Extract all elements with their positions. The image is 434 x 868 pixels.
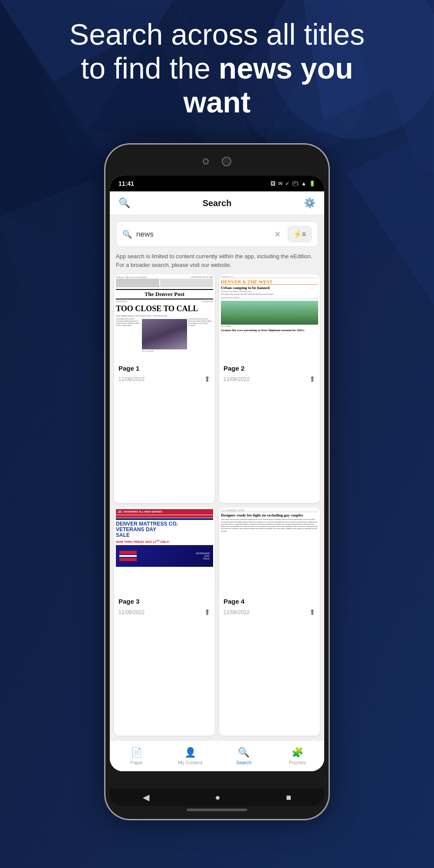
phone-frame: 11:41 🖼 ✉ ✓ 📳 ▲ 🔋 🔍 Search ⚙️ — [104, 143, 330, 820]
phone-outer: 11:41 🖼 ✉ ✓ 📳 ▲ 🔋 🔍 Search ⚙️ — [104, 143, 330, 820]
nav-item-paper[interactable]: 📄 Paper — [110, 743, 164, 769]
nav-item-mycontent[interactable]: 👤 My Content — [164, 743, 217, 769]
card-share-icon-1[interactable]: ⬆ — [204, 375, 210, 384]
phone-screen: 11:41 🖼 ✉ ✓ 📳 ▲ 🔋 🔍 Search ⚙️ — [110, 176, 324, 771]
card-meta-3: 11/09/2022 ⬆ — [118, 608, 210, 617]
back-button[interactable]: ◀ — [143, 792, 149, 802]
paper-icon: 📄 — [131, 747, 142, 758]
card-meta-2: 11/09/2022 ⬆ — [224, 375, 316, 384]
card-page-label-3: Page 3 — [118, 598, 210, 605]
vibrate-icon: 📳 — [292, 181, 299, 187]
gmail-icon: ✉ — [278, 181, 283, 187]
hero-section: Search across all titles to find the new… — [0, 17, 434, 119]
nav-label-mycontent: My Content — [178, 760, 202, 765]
nav-item-puzzles[interactable]: 🧩 Puzzles — [271, 743, 325, 769]
result-card-1[interactable]: Small print • Sign up for email newslett… — [114, 274, 215, 503]
header-search-icon[interactable]: 🔍 — [118, 197, 130, 209]
veterans-ad-front: 🇺🇸 HONORING ALL WHO SERVED DENVER MATTRE… — [114, 507, 215, 594]
camera-notification-icon: 🖼 — [270, 181, 276, 187]
nav-label-paper: Paper — [130, 760, 143, 765]
recents-button[interactable]: ■ — [286, 792, 291, 802]
app-header: 🔍 Search ⚙️ — [110, 191, 324, 215]
card-date-4: 11/09/2022 — [224, 609, 250, 615]
nav-item-search[interactable]: 🔍 Search — [217, 743, 271, 769]
result-card-4[interactable]: U.S. SUPREME COURT Designer ready for fi… — [219, 507, 320, 736]
status-time: 11:41 — [118, 180, 134, 187]
home-button[interactable]: ● — [215, 792, 220, 802]
status-icons: 🖼 ✉ ✓ 📳 ▲ 🔋 — [270, 181, 316, 187]
bottom-nav: 📄 Paper 👤 My Content 🔍 Search 🧩 Puzzles — [110, 740, 324, 771]
front-camera-lens — [222, 157, 231, 166]
card-date-2: 11/09/2022 — [224, 376, 250, 382]
denver-west-front: COMMUNITY CITY DENVER & THE WEST Urban c… — [219, 274, 320, 361]
search-input[interactable] — [136, 230, 270, 239]
search-note: App search is limited to content current… — [110, 247, 324, 274]
card-date-3: 11/09/2022 — [118, 609, 145, 615]
hero-heading: Search across all titles to find the new… — [26, 17, 408, 119]
card-info-2: Page 2 11/09/2022 ⬆ — [219, 361, 320, 388]
front-camera-area — [203, 157, 231, 166]
card-info-3: Page 3 11/09/2022 ⬆ — [114, 594, 215, 621]
app-header-title: Search — [203, 198, 232, 208]
search-nav-icon: 🔍 — [238, 747, 250, 758]
card-share-icon-2[interactable]: ⬆ — [309, 375, 316, 384]
results-grid: Small print • Sign up for email newslett… — [110, 274, 324, 740]
card-page-label-4: Page 4 — [224, 598, 316, 605]
search-filter-button[interactable]: ⚡≡ — [288, 226, 312, 242]
wifi-icon: ▲ — [301, 181, 306, 187]
front-sensor — [203, 158, 209, 164]
header-gear-icon[interactable]: ⚙️ — [304, 197, 316, 209]
battery-icon: 🔋 — [309, 181, 316, 187]
card-image-2: COMMUNITY CITY DENVER & THE WEST Urban c… — [219, 274, 320, 361]
card-image-1: Small print • Sign up for email newslett… — [114, 274, 215, 361]
card-info-1: Page 1 11/09/2022 ⬆ — [114, 361, 215, 388]
card-page-label-1: Page 1 — [118, 365, 210, 372]
card-meta-4: 11/09/2022 ⬆ — [224, 608, 316, 617]
article-front: U.S. SUPREME COURT Designer ready for fi… — [219, 507, 320, 594]
card-meta-1: 11/09/2022 ⬆ — [118, 375, 210, 384]
nav-label-search: Search — [236, 760, 251, 765]
card-info-4: Page 4 11/09/2022 ⬆ — [219, 594, 320, 621]
check-icon: ✓ — [285, 181, 289, 187]
search-area: 🔍 ✕ ⚡≡ — [110, 215, 324, 247]
home-indicator — [187, 809, 247, 811]
card-image-4: U.S. SUPREME COURT Designer ready for fi… — [219, 507, 320, 594]
status-bar: 11:41 🖼 ✉ ✓ 📳 ▲ 🔋 — [110, 176, 324, 191]
card-share-icon-3[interactable]: ⬆ — [204, 608, 210, 617]
search-bar-container: 🔍 ✕ ⚡≡ — [116, 221, 318, 247]
denver-post-front: Small print • Sign up for email newslett… — [114, 274, 215, 361]
card-image-3: 🇺🇸 HONORING ALL WHO SERVED DENVER MATTRE… — [114, 507, 215, 594]
mycontent-icon: 👤 — [184, 747, 196, 758]
card-page-label-2: Page 2 — [224, 365, 316, 372]
search-bar-icon: 🔍 — [122, 230, 132, 239]
puzzles-icon: 🧩 — [292, 747, 303, 758]
search-clear-icon[interactable]: ✕ — [274, 230, 281, 239]
card-share-icon-4[interactable]: ⬆ — [309, 608, 316, 617]
result-card-2[interactable]: COMMUNITY CITY DENVER & THE WEST Urban c… — [219, 274, 320, 503]
result-card-3[interactable]: 🇺🇸 HONORING ALL WHO SERVED DENVER MATTRE… — [114, 507, 215, 736]
system-nav-bar: ◀ ● ■ — [110, 789, 324, 806]
card-date-1: 11/09/2022 — [118, 376, 145, 382]
nav-label-puzzles: Puzzles — [289, 760, 306, 765]
app-content: 🔍 ✕ ⚡≡ App search is limited to content … — [110, 215, 324, 771]
